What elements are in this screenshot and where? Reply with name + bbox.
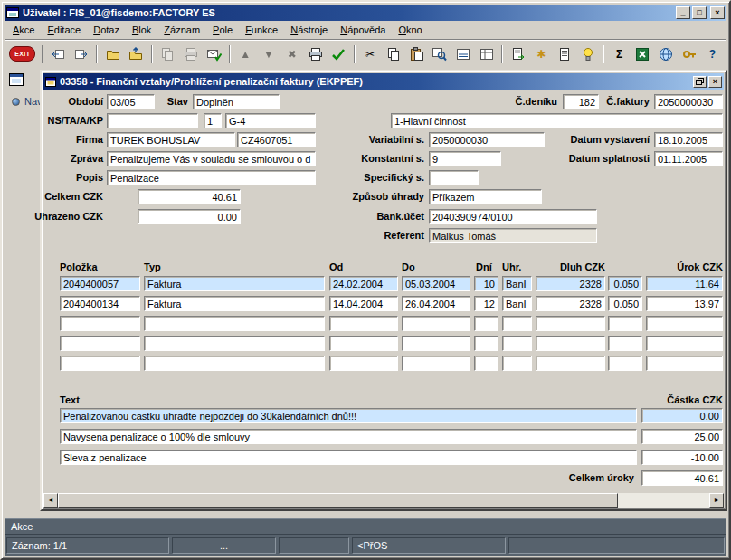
item-urok-cell[interactable] xyxy=(646,276,723,291)
item-polozka-cell[interactable] xyxy=(60,336,140,351)
item-polozka-cell[interactable] xyxy=(60,356,140,371)
menu-nastroje[interactable]: Nástroje xyxy=(284,22,334,38)
window-next-button[interactable] xyxy=(70,43,92,65)
scrollbar-thumb[interactable] xyxy=(58,493,618,508)
web-button[interactable] xyxy=(655,43,678,65)
item-dni-cell[interactable] xyxy=(474,356,498,371)
cut-button[interactable]: ✂ xyxy=(359,43,382,65)
horizontal-scrollbar[interactable]: ◄ ► xyxy=(43,493,724,508)
sort-asc-button[interactable]: ▲ xyxy=(234,43,257,65)
dic-field[interactable] xyxy=(237,132,316,147)
minimize-button[interactable]: _ xyxy=(676,6,690,19)
sum-button[interactable]: Σ xyxy=(608,43,631,65)
column-list-button[interactable] xyxy=(475,43,498,65)
item-dluh-cell[interactable] xyxy=(536,336,605,351)
text-row-field[interactable] xyxy=(60,429,637,444)
folder-up-button[interactable] xyxy=(125,43,147,65)
text-row-field[interactable] xyxy=(60,450,637,465)
datum-splatnosti-field[interactable] xyxy=(654,151,723,166)
item-typ-cell[interactable] xyxy=(144,356,325,371)
item-urok-cell[interactable] xyxy=(646,316,723,331)
item-sazba-cell[interactable] xyxy=(608,276,642,291)
datum-vystaveni-field[interactable] xyxy=(654,132,723,147)
ta-field[interactable] xyxy=(204,113,222,128)
confirm-button[interactable] xyxy=(328,43,350,65)
item-typ-cell[interactable] xyxy=(144,316,325,331)
menu-zaznam[interactable]: Záznam xyxy=(157,22,206,38)
nav-tree-item[interactable]: Nav xyxy=(12,96,43,107)
bank-ucet-field[interactable] xyxy=(429,209,597,224)
item-uhr-cell[interactable] xyxy=(502,296,532,311)
menu-pole[interactable]: Pole xyxy=(206,22,239,38)
item-do-cell[interactable] xyxy=(402,356,470,371)
menu-editace[interactable]: Editace xyxy=(41,22,87,38)
cdeniku-field[interactable] xyxy=(563,94,599,109)
item-dni-cell[interactable] xyxy=(474,316,498,331)
menu-akce[interactable]: Akce xyxy=(6,22,41,38)
item-do-cell[interactable] xyxy=(402,296,470,311)
item-polozka-cell[interactable] xyxy=(60,316,140,331)
item-polozka-cell[interactable] xyxy=(60,296,140,311)
export-doc-button[interactable] xyxy=(507,43,529,65)
scroll-left-button[interactable]: ◄ xyxy=(43,493,58,508)
menu-blok[interactable]: Blok xyxy=(126,22,157,38)
item-dni-cell[interactable] xyxy=(474,296,498,311)
item-dni-cell[interactable] xyxy=(474,276,498,291)
help-button[interactable]: ? xyxy=(701,43,724,65)
item-sazba-cell[interactable] xyxy=(608,336,642,351)
window-prev-button[interactable] xyxy=(47,43,70,65)
document-button[interactable] xyxy=(554,43,576,65)
item-typ-cell[interactable] xyxy=(144,336,325,351)
copy-record-button[interactable] xyxy=(157,43,179,65)
item-urok-cell[interactable] xyxy=(646,336,723,351)
key-button[interactable] xyxy=(678,43,700,65)
item-uhr-cell[interactable] xyxy=(502,276,532,291)
sort-off-button[interactable]: ✖ xyxy=(280,43,303,65)
copy-button[interactable] xyxy=(382,43,404,65)
favorites-button[interactable]: ✱ xyxy=(530,43,553,65)
item-sazba-cell[interactable] xyxy=(608,316,642,331)
item-uhr-cell[interactable] xyxy=(502,356,532,371)
specificky-field[interactable] xyxy=(429,170,479,185)
uhrazeno-czk-field[interactable] xyxy=(138,209,241,224)
item-typ-cell[interactable] xyxy=(144,296,325,311)
scrollbar-track[interactable] xyxy=(58,493,709,508)
obdobi-field[interactable] xyxy=(107,94,155,109)
item-urok-cell[interactable] xyxy=(646,296,723,311)
item-uhr-cell[interactable] xyxy=(502,336,532,351)
print-preview-button[interactable] xyxy=(179,43,202,65)
firma-field[interactable] xyxy=(107,132,235,147)
cinnost-field[interactable] xyxy=(391,113,723,128)
maximize-button[interactable]: □ xyxy=(692,6,707,19)
exit-button[interactable]: EXIT xyxy=(7,43,38,65)
celkem-uroky-field[interactable] xyxy=(641,470,723,486)
detail-list-button[interactable] xyxy=(452,43,475,65)
stav-field[interactable] xyxy=(193,94,280,109)
print-button[interactable] xyxy=(304,43,327,65)
cfaktury-field[interactable] xyxy=(654,94,723,109)
text-row-amount[interactable] xyxy=(641,450,723,465)
folder-open-button[interactable] xyxy=(101,43,124,65)
form-close-button[interactable]: × xyxy=(708,76,722,88)
sort-desc-button[interactable]: ▼ xyxy=(258,43,280,65)
item-dluh-cell[interactable] xyxy=(536,276,605,291)
item-urok-cell[interactable] xyxy=(646,356,723,371)
celkem-czk-field[interactable] xyxy=(138,189,241,204)
item-polozka-cell[interactable] xyxy=(60,276,140,291)
menu-okno[interactable]: Okno xyxy=(392,22,428,38)
item-dluh-cell[interactable] xyxy=(536,296,605,311)
item-do-cell[interactable] xyxy=(402,276,470,291)
item-od-cell[interactable] xyxy=(329,296,398,311)
item-sazba-cell[interactable] xyxy=(608,296,642,311)
navigator-window-icon[interactable] xyxy=(9,73,24,86)
search-button[interactable] xyxy=(429,43,451,65)
item-od-cell[interactable] xyxy=(329,276,398,291)
excel-export-button[interactable] xyxy=(631,43,654,65)
ns-field[interactable] xyxy=(107,113,198,128)
item-od-cell[interactable] xyxy=(329,316,398,331)
text-row-amount[interactable] xyxy=(641,429,723,444)
item-do-cell[interactable] xyxy=(402,336,470,351)
text-row-amount[interactable] xyxy=(641,408,723,423)
variabilni-field[interactable] xyxy=(429,132,545,147)
item-do-cell[interactable] xyxy=(402,316,470,331)
